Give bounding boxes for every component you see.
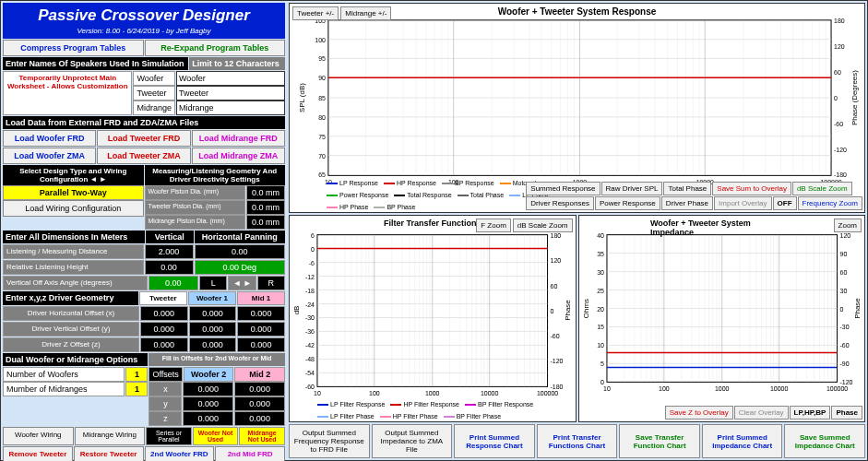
svg-text:30: 30 bbox=[597, 269, 604, 276]
design-type-value[interactable]: Parallel Two-Way bbox=[3, 185, 144, 200]
svg-text:SPL (dB): SPL (dB) bbox=[298, 83, 306, 112]
clear-overlay-button[interactable]: Clear Overlay bbox=[734, 406, 789, 420]
tw-y[interactable]: 0.000 bbox=[140, 322, 188, 337]
m1-x[interactable]: 0.000 bbox=[237, 306, 285, 321]
summed-response-button[interactable]: Summed Response bbox=[526, 182, 600, 195]
tw-x[interactable]: 0.000 bbox=[140, 306, 188, 321]
tweeter-input[interactable] bbox=[176, 86, 285, 100]
restore-tweeter-button[interactable]: Restore Tweeter bbox=[74, 446, 144, 461]
lphpbp-button[interactable]: LP,HP,BP bbox=[790, 406, 831, 420]
m1-z[interactable]: 0.000 bbox=[237, 337, 285, 352]
w1-x[interactable]: 0.000 bbox=[189, 306, 237, 321]
w1-z[interactable]: 0.000 bbox=[189, 337, 237, 352]
w1-y[interactable]: 0.000 bbox=[189, 322, 237, 337]
print-imp-button[interactable]: Print Summed Impedance Chart bbox=[702, 424, 783, 458]
output-freq-button[interactable]: Output Summed Frequency Response to FRD … bbox=[289, 424, 370, 458]
db-zoom2-button[interactable]: dB Scale Zoom bbox=[513, 219, 573, 232]
listen-height-label: Relative Listening Height bbox=[3, 260, 144, 275]
total-phase-button[interactable]: Total Phase bbox=[663, 182, 711, 195]
load-wiring-button[interactable]: Load Wiring Configuration bbox=[3, 200, 144, 217]
woofer-input[interactable] bbox=[176, 71, 285, 86]
w2-y[interactable]: 0.000 bbox=[183, 396, 233, 411]
svg-text:10: 10 bbox=[314, 390, 321, 396]
import-overlay-button[interactable]: Import Overlay bbox=[714, 196, 771, 210]
midrange-wiring-button[interactable]: Midrange Wiring bbox=[75, 427, 146, 445]
second-mid-frd-button[interactable]: 2nd Mid FRD bbox=[215, 446, 285, 461]
svg-text:90: 90 bbox=[318, 75, 326, 81]
offsets-label: Offsets bbox=[149, 367, 182, 382]
compress-button[interactable]: Compress Program Tables bbox=[3, 40, 144, 56]
svg-text:100: 100 bbox=[659, 385, 670, 392]
svg-text:10: 10 bbox=[603, 385, 611, 392]
remove-tweeter-button[interactable]: Remove Tweeter bbox=[3, 446, 73, 461]
limit-chars: Limit to 12 Characters bbox=[189, 57, 285, 70]
svg-text:75: 75 bbox=[318, 134, 326, 140]
title-text: Passive Crossover Designer bbox=[6, 6, 281, 25]
load-midrange-zma-button[interactable]: Load Midrange ZMA bbox=[192, 148, 285, 164]
svg-text:0: 0 bbox=[839, 306, 843, 313]
svg-text:-12: -12 bbox=[305, 274, 315, 280]
woofer-piston-label: Woofer Piston Dia. (mm) bbox=[145, 185, 246, 200]
load-midrange-frd-button[interactable]: Load Midrange FRD bbox=[192, 130, 285, 147]
geometry-header: Measuring/Listening Geometry And Driver … bbox=[145, 165, 286, 185]
svg-text:Phase: Phase bbox=[565, 300, 573, 321]
w2-x[interactable]: 0.000 bbox=[183, 382, 233, 396]
y-label: y bbox=[149, 396, 182, 411]
svg-text:0: 0 bbox=[600, 379, 604, 385]
m2-x[interactable]: 0.000 bbox=[234, 382, 285, 396]
svg-text:-90: -90 bbox=[839, 361, 849, 367]
print-summed-button[interactable]: Print Summed Response Chart bbox=[454, 424, 535, 458]
reexpand-button[interactable]: Re-Expand Program Tables bbox=[145, 40, 286, 56]
load-woofer-zma-button[interactable]: Load Woofer ZMA bbox=[3, 148, 96, 164]
second-woofer-frd-button[interactable]: 2nd Woofer FRD bbox=[145, 446, 215, 461]
driver-responses-button[interactable]: Driver Responses bbox=[526, 196, 594, 210]
raw-driver-button[interactable]: Raw Driver SPL bbox=[601, 182, 663, 195]
tw-z[interactable]: 0.000 bbox=[140, 337, 188, 352]
off-button[interactable]: OFF bbox=[773, 196, 797, 210]
svg-text:1000: 1000 bbox=[714, 385, 729, 392]
m2-z[interactable]: 0.000 bbox=[234, 411, 285, 426]
svg-text:1000: 1000 bbox=[425, 390, 440, 396]
listen-dist-h[interactable]: 0.00 bbox=[195, 244, 285, 259]
load-tweeter-zma-button[interactable]: Load Tweeter ZMA bbox=[97, 148, 190, 164]
midrange-pm-button[interactable]: Midrange +/- bbox=[340, 6, 391, 20]
load-data-header: Load Data from External FRD and ZDA/ZMA … bbox=[3, 116, 285, 129]
num-mids-value[interactable]: 1 bbox=[125, 382, 148, 396]
zoom-button[interactable]: Zoom bbox=[834, 219, 862, 232]
svg-text:Phase: Phase bbox=[853, 298, 862, 319]
listen-height-value[interactable]: 0.00 bbox=[145, 260, 194, 275]
power-response-button[interactable]: Power Response bbox=[595, 196, 660, 210]
svg-text:70: 70 bbox=[318, 153, 326, 160]
svg-text:60: 60 bbox=[551, 283, 558, 290]
midrange-input[interactable] bbox=[176, 100, 285, 115]
f-zoom-button[interactable]: F Zoom bbox=[476, 219, 511, 232]
save-imp-button[interactable]: Save Summed Impedance Chart bbox=[784, 424, 865, 458]
num-woofers-value[interactable]: 1 bbox=[125, 367, 148, 382]
freq-zoom-button[interactable]: Frequency Zoom bbox=[798, 196, 862, 210]
load-woofer-frd-button[interactable]: Load Woofer FRD bbox=[3, 130, 96, 147]
m1-y[interactable]: 0.000 bbox=[237, 322, 285, 337]
unprotect-button[interactable]: Temporarily Unprotect Main Worksheet - A… bbox=[3, 71, 132, 115]
midrange-piston-label: Midrange Piston Dia. (mm) bbox=[145, 215, 246, 230]
m2-y[interactable]: 0.000 bbox=[234, 396, 285, 411]
save-sum-button[interactable]: Save Sum to Overlay bbox=[712, 182, 791, 195]
listen-dist-value[interactable]: 2.000 bbox=[145, 244, 194, 259]
svg-text:120: 120 bbox=[834, 43, 845, 50]
w2-z[interactable]: 0.000 bbox=[183, 411, 233, 426]
save-transfer-button[interactable]: Save Transfer Function Chart bbox=[619, 424, 700, 458]
print-transfer-button[interactable]: Print Transfer Functions Chart bbox=[537, 424, 618, 458]
phase-button[interactable]: Phase bbox=[831, 406, 862, 420]
driver-phase-button[interactable]: Driver Phase bbox=[661, 196, 713, 210]
woofer-wiring-button[interactable]: Woofer Wiring bbox=[3, 427, 74, 445]
load-tweeter-frd-button[interactable]: Load Tweeter FRD bbox=[97, 130, 190, 147]
chart3-title: Woofer + Tweeter System Impedance bbox=[650, 219, 793, 237]
db-zoom-button[interactable]: dB Scale Zoom bbox=[792, 182, 852, 195]
tweeter-pm-button[interactable]: Tweeter +/- bbox=[292, 6, 339, 20]
svg-text:10000: 10000 bbox=[481, 390, 499, 396]
l-button[interactable]: L bbox=[199, 276, 227, 290]
xyz-header: Enter x,y,z Driver Geometry bbox=[3, 291, 138, 305]
output-imp-button[interactable]: Output Summed Impedance to ZMA File bbox=[372, 424, 453, 458]
lr-arrows[interactable]: ◄ ► bbox=[228, 276, 256, 290]
save-z-button[interactable]: Save Z to Overlay bbox=[665, 406, 733, 420]
r-button[interactable]: R bbox=[257, 276, 285, 290]
